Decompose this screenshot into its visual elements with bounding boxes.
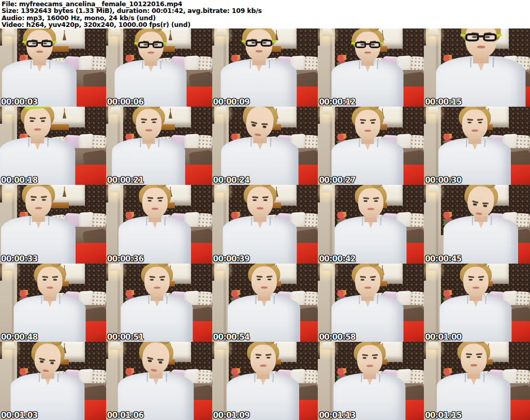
person xyxy=(212,107,318,185)
head xyxy=(354,264,382,296)
eyebrow xyxy=(473,200,479,203)
person xyxy=(0,185,97,263)
audio-info-line: Audio: mp3, 16000 Hz, mono, 24 kb/s (und… xyxy=(2,15,530,21)
face-features xyxy=(245,185,275,218)
eye xyxy=(478,122,482,124)
face-features xyxy=(134,107,163,139)
mouth xyxy=(47,286,53,288)
eyebrow xyxy=(50,359,56,360)
face-features xyxy=(138,342,173,381)
person xyxy=(212,185,318,263)
thumbnail-frame: 00:00:09 xyxy=(212,28,318,107)
eye xyxy=(148,359,152,362)
eye xyxy=(150,279,154,281)
file-info-line: File: myfreecams_ancelina__female_101220… xyxy=(2,1,530,7)
mouth xyxy=(470,364,477,366)
webcam-scene xyxy=(106,185,212,263)
person xyxy=(106,28,207,107)
eyebrow xyxy=(266,276,272,278)
webcam-scene xyxy=(106,342,212,420)
timestamp-label: 00:00:21 xyxy=(107,176,144,185)
eye xyxy=(361,279,364,281)
timestamp-label: 00:00:39 xyxy=(213,255,250,264)
head xyxy=(249,264,279,296)
glasses-bridge xyxy=(256,41,261,43)
webcam-scene xyxy=(0,28,106,107)
eyebrow xyxy=(252,196,258,198)
face-features xyxy=(354,264,382,296)
face-features xyxy=(23,185,54,217)
mouth xyxy=(260,365,267,367)
head xyxy=(140,185,170,218)
face-features xyxy=(460,107,490,139)
thumbnail-frame: 00:00:45 xyxy=(424,185,530,263)
eyebrow xyxy=(370,119,376,121)
webcam-scene xyxy=(318,107,424,185)
mouth xyxy=(35,208,42,210)
eye xyxy=(41,120,45,122)
webcam-scene xyxy=(318,185,424,263)
eyebrow xyxy=(478,276,484,278)
eye xyxy=(374,200,378,202)
eyebrow xyxy=(467,119,473,121)
mouth xyxy=(365,286,371,288)
thumbnail-frame: 00:00:33 xyxy=(0,185,106,263)
eye xyxy=(148,200,152,202)
eye xyxy=(263,199,267,201)
head xyxy=(463,28,499,58)
eyebrow xyxy=(370,276,376,278)
webcam-scene xyxy=(0,342,106,420)
eyebrow xyxy=(39,357,46,360)
timestamp-label: 00:00:48 xyxy=(1,333,38,342)
eyeglasses xyxy=(245,40,273,47)
eye xyxy=(467,356,471,358)
face-features xyxy=(142,264,171,296)
thumbnail-grid: 00:00:03 xyxy=(0,28,530,420)
thumbnail-frame: 00:00:18 xyxy=(0,107,106,185)
glasses-bridge xyxy=(365,43,370,45)
eye xyxy=(141,122,145,124)
eye xyxy=(31,199,35,201)
head xyxy=(464,185,498,219)
glasses-bridge xyxy=(478,35,484,37)
person xyxy=(0,342,106,420)
mouth xyxy=(368,208,374,210)
person xyxy=(424,107,530,185)
face-features xyxy=(35,264,64,296)
eye xyxy=(53,279,57,281)
eye xyxy=(371,122,375,124)
eye xyxy=(257,278,260,280)
mouth xyxy=(476,212,482,215)
person xyxy=(106,264,212,342)
eye xyxy=(473,203,477,206)
thumbnail-frame: 00:00:24 xyxy=(212,107,318,185)
glasses-lens xyxy=(465,34,479,42)
timestamp-label: 00:00:45 xyxy=(425,255,462,264)
timestamp-label: 00:00:15 xyxy=(425,98,462,107)
webcam-scene xyxy=(106,28,212,107)
eyebrow xyxy=(141,119,147,121)
webcam-scene xyxy=(424,185,530,263)
thumbnail-frame: 00:00:51 xyxy=(106,264,212,342)
person xyxy=(318,28,424,107)
webcam-scene xyxy=(424,342,530,420)
webcam-scene xyxy=(106,264,212,342)
eye xyxy=(253,199,257,201)
timestamp-label: 00:01:09 xyxy=(213,411,250,420)
eyebrow xyxy=(158,358,164,360)
thumbnail-frame: 00:01:09 xyxy=(212,342,318,420)
glasses-lens xyxy=(26,40,38,47)
thumbnail-frame: 00:00:42 xyxy=(318,185,424,263)
eyebrow xyxy=(39,117,46,119)
eye xyxy=(267,278,271,280)
thumbnail-frame: 00:00:06 xyxy=(106,28,212,107)
thumbnail-frame: 00:00:03 xyxy=(0,28,106,107)
person xyxy=(0,28,98,107)
eyebrow xyxy=(255,354,261,356)
thumbnail-frame: 00:00:15 xyxy=(424,28,530,107)
person xyxy=(106,342,212,420)
mouth xyxy=(365,52,371,54)
timestamp-label: 00:01:03 xyxy=(1,411,38,420)
glasses-bridge xyxy=(149,43,153,45)
eyebrow xyxy=(159,276,165,278)
